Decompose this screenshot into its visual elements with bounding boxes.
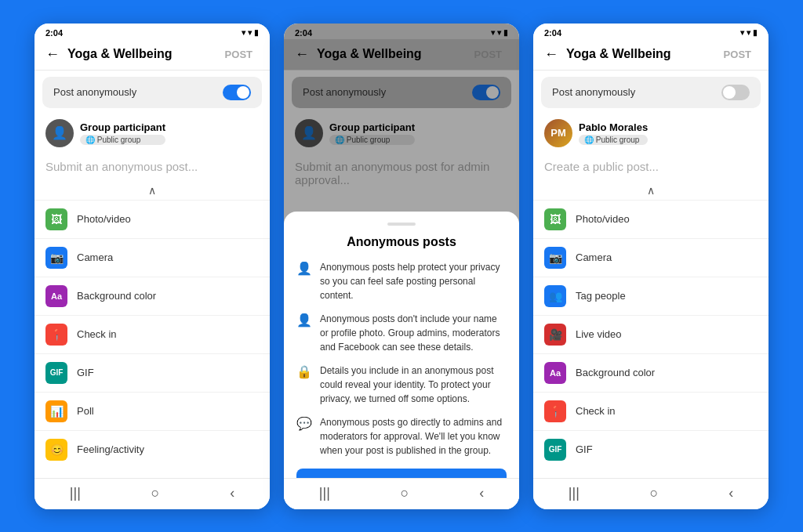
- menu-label-gif-3: GIF: [576, 443, 593, 455]
- menu-item-gif-3[interactable]: GIF GIF: [533, 430, 768, 469]
- phone-3: 2:04 ▾ ▾ ▮ ← Yoga & Wellbeing POST Post …: [533, 24, 768, 509]
- menu-label-feeling-1: Feeling/activity: [77, 443, 144, 455]
- menu-item-tagpeople-3[interactable]: 👥 Tag people: [533, 277, 768, 315]
- status-bar-3: 2:04 ▾ ▾ ▮: [533, 24, 768, 39]
- sheet-item-0: 👤 Anonymous posts help protect your priv…: [296, 260, 507, 302]
- sheet-item-2: 🔒 Details you include in an anonymous po…: [296, 364, 507, 406]
- sheet-item-text-2: Details you include in an anonymous post…: [320, 364, 507, 406]
- post-button-1[interactable]: POST: [219, 45, 259, 63]
- avatar-1: 👤: [45, 119, 74, 147]
- nav-bar-3: ||| ○ ‹: [533, 478, 768, 509]
- back-button-1[interactable]: ←: [45, 46, 60, 63]
- collapse-arrow-1: ∧: [148, 184, 156, 197]
- menu-item-checkin-3[interactable]: 📍 Check in: [533, 392, 768, 430]
- toggle-row-1: Post anonymously: [42, 77, 262, 108]
- sheet-item-icon-0: 👤: [296, 261, 312, 276]
- header-title-3: Yoga & Wellbeing: [566, 47, 718, 61]
- nav-recent-2[interactable]: |||: [319, 485, 330, 501]
- toggle-1[interactable]: [223, 85, 251, 100]
- bgcolor-icon-3: Aa: [544, 362, 566, 384]
- menu-label-camera-1: Camera: [77, 252, 113, 263]
- bottom-sheet-2: Anonymous posts 👤 Anonymous posts help p…: [284, 212, 519, 509]
- collapse-btn-1[interactable]: ∧: [35, 181, 270, 200]
- menu-item-feeling-1[interactable]: 😊 Feeling/activity: [35, 430, 270, 469]
- menu-list-1: 🖼 Photo/video 📷 Camera Aa Background col…: [35, 200, 270, 469]
- public-badge-3: 🌐 Public group: [579, 135, 648, 145]
- menu-item-camera-1[interactable]: 📷 Camera: [35, 238, 270, 277]
- phone-2: 2:04 ▾ ▾ ▮ ← Yoga & Wellbeing POST Post …: [284, 24, 519, 509]
- menu-item-camera-3[interactable]: 📷 Camera: [533, 238, 768, 277]
- bgcolor-icon-1: Aa: [45, 285, 67, 307]
- sheet-item-1: 👤 Anonymous posts don't include your nam…: [296, 312, 507, 354]
- nav-home-3[interactable]: ○: [650, 485, 659, 501]
- sheet-item-icon-1: 👤: [296, 313, 312, 328]
- checkin-icon-3: 📍: [544, 400, 566, 422]
- profile-row-3: PM Pablo Morales 🌐 Public group: [533, 114, 768, 152]
- phone-1: 2:04 ▾ ▾ ▮ ← Yoga & Wellbeing POST Post …: [35, 24, 270, 509]
- feeling-icon-1: 😊: [45, 439, 67, 461]
- menu-item-photo-3[interactable]: 🖼 Photo/video: [533, 200, 768, 238]
- app-header-3: ← Yoga & Wellbeing POST: [533, 39, 768, 71]
- nav-home-2[interactable]: ○: [401, 485, 409, 501]
- nav-recent-1[interactable]: |||: [70, 485, 81, 501]
- menu-item-checkin-1[interactable]: 📍 Check in: [35, 315, 270, 353]
- toggle-label-3: Post anonymously: [552, 86, 635, 98]
- profile-name-3: Pablo Morales: [579, 121, 648, 133]
- toggle-label-1: Post anonymously: [53, 86, 136, 98]
- menu-list-3: 🖼 Photo/video 📷 Camera 👥 Tag people 🎥 Li…: [533, 200, 768, 469]
- photo-icon-1: 🖼: [45, 208, 67, 230]
- gif-icon-3: GIF: [544, 439, 566, 461]
- sheet-handle-2: [387, 223, 416, 226]
- profile-row-1: 👤 Group participant 🌐 Public group: [35, 114, 270, 152]
- menu-label-livevideo-3: Live video: [576, 328, 622, 340]
- sheet-item-3: 💬 Anonymous posts go directly to admins …: [296, 415, 507, 458]
- post-placeholder-1[interactable]: Submit an anonymous post...: [35, 152, 270, 181]
- menu-label-checkin-3: Check in: [576, 405, 616, 417]
- toggle-row-3: Post anonymously: [541, 77, 761, 108]
- post-placeholder-3[interactable]: Create a public post...: [533, 152, 768, 181]
- sheet-item-text-0: Anonymous posts help protect your privac…: [320, 260, 507, 302]
- poll-icon-1: 📊: [45, 400, 67, 422]
- menu-label-photo-3: Photo/video: [576, 213, 630, 225]
- livevideo-icon-3: 🎥: [544, 324, 566, 346]
- menu-item-livevideo-3[interactable]: 🎥 Live video: [533, 315, 768, 353]
- camera-icon-3: 📷: [544, 247, 566, 269]
- nav-bar-2: ||| ○ ‹: [284, 478, 519, 509]
- app-header-1: ← Yoga & Wellbeing POST: [35, 39, 270, 71]
- menu-label-tagpeople-3: Tag people: [576, 290, 626, 302]
- menu-label-checkin-1: Check in: [77, 328, 117, 340]
- profile-name-1: Group participant: [80, 121, 165, 133]
- nav-recent-3[interactable]: |||: [569, 485, 580, 501]
- sheet-item-icon-3: 💬: [296, 416, 312, 431]
- overlay-bg-2: [284, 24, 519, 235]
- menu-item-photo-1[interactable]: 🖼 Photo/video: [35, 200, 270, 238]
- sheet-item-text-3: Anonymous posts go directly to admins an…: [320, 415, 507, 458]
- nav-back-1[interactable]: ‹: [230, 485, 234, 501]
- sheet-item-text-1: Anonymous posts don't include your name …: [320, 312, 507, 354]
- menu-item-gif-1[interactable]: GIF GIF: [35, 353, 270, 392]
- menu-item-bgcolor-1[interactable]: Aa Background color: [35, 277, 270, 315]
- profile-info-3: Pablo Morales 🌐 Public group: [579, 121, 648, 145]
- gif-icon-1: GIF: [45, 362, 67, 384]
- collapse-btn-3[interactable]: ∧: [533, 181, 768, 200]
- avatar-3: PM: [544, 119, 572, 147]
- menu-label-camera-3: Camera: [576, 252, 612, 263]
- tagpeople-icon-3: 👥: [544, 285, 566, 307]
- time-1: 2:04: [45, 28, 63, 38]
- menu-label-bgcolor-3: Background color: [576, 367, 655, 378]
- nav-back-3[interactable]: ‹: [729, 485, 733, 501]
- camera-icon-1: 📷: [45, 247, 67, 269]
- post-button-3[interactable]: POST: [718, 45, 758, 63]
- profile-info-1: Group participant 🌐 Public group: [80, 121, 165, 145]
- toggle-3[interactable]: [721, 85, 750, 100]
- menu-label-gif-1: GIF: [77, 367, 94, 378]
- status-icons-1: ▾ ▾ ▮: [242, 28, 259, 37]
- nav-home-1[interactable]: ○: [151, 485, 160, 501]
- menu-item-bgcolor-3[interactable]: Aa Background color: [533, 353, 768, 392]
- sheet-item-icon-2: 🔒: [296, 364, 312, 379]
- menu-item-poll-1[interactable]: 📊 Poll: [35, 392, 270, 430]
- sheet-title-2: Anonymous posts: [296, 235, 507, 249]
- nav-back-2[interactable]: ‹: [479, 485, 484, 501]
- back-button-3[interactable]: ←: [544, 46, 558, 63]
- status-bar-1: 2:04 ▾ ▾ ▮: [35, 24, 270, 39]
